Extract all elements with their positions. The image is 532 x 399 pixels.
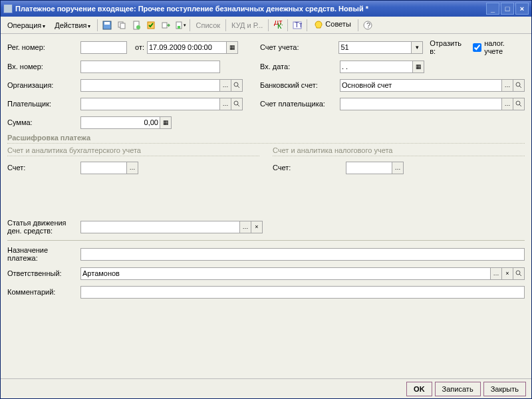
- post-icon[interactable]: [144, 19, 158, 32]
- payer-label: Плательщик:: [7, 100, 80, 108]
- in-date-picker-icon[interactable]: ▦: [412, 61, 424, 73]
- payer-acc-input[interactable]: [340, 98, 502, 110]
- window-title: Платежное поручение входящее: Прочее пос…: [15, 5, 485, 13]
- bu-acct-select-icon[interactable]: …: [126, 162, 138, 174]
- payer-input[interactable]: [80, 98, 220, 110]
- svg-line-25: [519, 274, 521, 276]
- window: Платежное поручение входящее: Прочее пос…: [0, 0, 532, 399]
- tax-checkbox-label: налог. учете: [484, 39, 525, 55]
- svg-rect-9: [178, 26, 180, 29]
- save-icon[interactable]: [100, 19, 114, 32]
- purpose-input[interactable]: [80, 248, 525, 261]
- account-dropdown-icon[interactable]: ▾: [411, 41, 423, 54]
- toolbar: Операция▾ Действия▾ ▾ Список КУД и Р... …: [1, 17, 531, 34]
- actions-menu[interactable]: Действия▾: [51, 20, 94, 31]
- maximize-button[interactable]: □: [501, 3, 514, 15]
- date-picker-icon[interactable]: ▦: [226, 41, 238, 54]
- close-form-button[interactable]: Закрыть: [483, 382, 526, 396]
- doc2-icon[interactable]: [130, 19, 143, 32]
- copy-icon[interactable]: [115, 19, 128, 32]
- bank-acc-open-icon[interactable]: [513, 79, 525, 92]
- org-input[interactable]: [80, 79, 220, 92]
- goto-icon[interactable]: [159, 19, 172, 32]
- nu-title: Счет и аналитика налогового учета: [273, 146, 525, 156]
- svg-text:Кт: Кт: [277, 22, 283, 30]
- movement-label: Статья движенияден. средств:: [7, 219, 80, 235]
- titlebar: Платежное поручение входящее: Прочее пос…: [1, 1, 531, 17]
- help-icon[interactable]: ?: [361, 19, 374, 32]
- reg-no-input[interactable]: [80, 41, 127, 54]
- bu-acct-input[interactable]: [80, 162, 127, 174]
- responsible-clear-icon[interactable]: ×: [501, 267, 513, 280]
- purpose-label: Назначениеплатежа:: [7, 246, 80, 262]
- payer-select-icon[interactable]: …: [219, 98, 231, 110]
- ok-button[interactable]: OK: [406, 382, 432, 396]
- svg-line-17: [237, 86, 239, 88]
- nu-acct-input[interactable]: [346, 162, 392, 174]
- form-content: Рег. номер: от: ▦ Счет учета: ▾ Отразить…: [1, 34, 531, 378]
- svg-text:Tт: Tт: [295, 21, 302, 29]
- svg-line-19: [519, 86, 521, 88]
- comment-label: Комментарий:: [7, 288, 80, 296]
- nu-acct-select-icon[interactable]: …: [392, 162, 404, 174]
- payer-acc-open-icon[interactable]: [513, 98, 525, 110]
- svg-rect-7: [162, 23, 167, 28]
- tax-checkbox[interactable]: [473, 43, 481, 52]
- close-button[interactable]: ×: [515, 3, 529, 15]
- nu-acct-label: Счет:: [273, 164, 346, 172]
- in-no-input[interactable]: [80, 61, 220, 73]
- from-label: от:: [127, 43, 147, 51]
- sum-input[interactable]: [80, 116, 160, 129]
- tt-icon[interactable]: Tт: [291, 19, 304, 32]
- app-icon: [3, 4, 13, 13]
- account-label: Счет учета:: [260, 43, 338, 51]
- decode-title: Расшифровка платежа: [7, 134, 525, 144]
- reflect-label: Отразить в:: [430, 39, 469, 55]
- kudir-button: КУД и Р...: [229, 20, 265, 31]
- org-select-icon[interactable]: …: [219, 79, 231, 92]
- in-date-label: Вх. дата:: [260, 63, 340, 70]
- svg-point-5: [136, 25, 140, 29]
- tips-button[interactable]: Советы: [310, 19, 355, 31]
- sum-label: Сумма:: [7, 118, 80, 126]
- movement-clear-icon[interactable]: ×: [251, 221, 263, 233]
- responsible-open-icon[interactable]: [513, 267, 525, 280]
- bank-acc-label: Банковский счет:: [260, 81, 340, 89]
- bu-acct-label: Счет:: [7, 164, 80, 172]
- basedon-icon[interactable]: ▾: [174, 19, 187, 32]
- payer-acc-label: Счет плательщика:: [260, 100, 340, 108]
- bank-acc-select-icon[interactable]: …: [501, 79, 513, 92]
- responsible-input[interactable]: [80, 267, 491, 280]
- minimize-button[interactable]: _: [486, 3, 499, 15]
- list-button: Список: [193, 20, 223, 31]
- org-label: Организация:: [7, 81, 80, 89]
- org-open-icon[interactable]: [231, 79, 243, 92]
- payer-acc-select-icon[interactable]: …: [501, 98, 513, 110]
- sum-calc-icon[interactable]: ▦: [160, 116, 172, 129]
- in-date-input[interactable]: [340, 61, 413, 73]
- responsible-select-icon[interactable]: …: [490, 267, 502, 280]
- movement-select-icon[interactable]: …: [239, 221, 251, 233]
- bu-title: Счет и аналитика бухгалтерского учета: [7, 146, 259, 156]
- save-button[interactable]: Записать: [435, 382, 481, 396]
- bank-acc-input[interactable]: [340, 79, 502, 92]
- bottom-bar: OK Записать Закрыть: [1, 378, 531, 398]
- svg-text:?: ?: [366, 21, 370, 29]
- svg-rect-3: [120, 23, 125, 29]
- account-input[interactable]: [338, 41, 412, 54]
- movement-input[interactable]: [80, 221, 240, 233]
- svg-line-23: [519, 104, 521, 106]
- date-input[interactable]: [147, 41, 227, 54]
- in-no-label: Вх. номер:: [7, 63, 80, 70]
- responsible-label: Ответственный:: [7, 269, 80, 277]
- operation-menu[interactable]: Операция▾: [3, 20, 49, 31]
- svg-rect-1: [104, 22, 110, 25]
- svg-line-21: [237, 104, 239, 106]
- comment-input[interactable]: [80, 286, 525, 299]
- payer-open-icon[interactable]: [231, 98, 243, 110]
- dtct-icon[interactable]: ДтКт: [271, 19, 285, 32]
- reg-no-label: Рег. номер:: [7, 43, 80, 51]
